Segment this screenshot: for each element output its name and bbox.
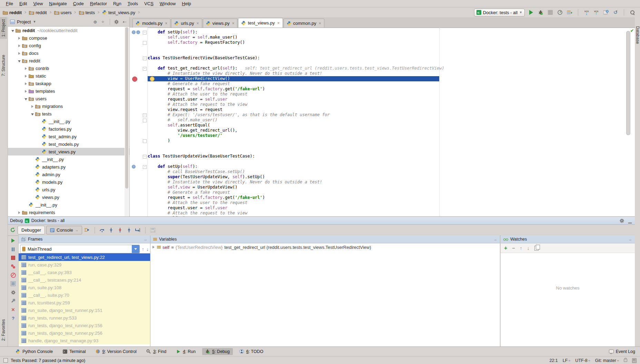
- evaluate-expression-icon[interactable]: [149, 227, 157, 234]
- toolwindow-button-5debug[interactable]: 5: Debug: [202, 348, 233, 355]
- tree-item-adapters.py[interactable]: adapters.py: [8, 163, 129, 171]
- tree-item-contrib[interactable]: contrib: [8, 64, 129, 72]
- view-breakpoints-button[interactable]: [10, 264, 16, 269]
- tree-item-config[interactable]: config: [8, 42, 129, 49]
- coverage-button[interactable]: [547, 9, 554, 16]
- menu-view[interactable]: View: [30, 1, 46, 7]
- chevron-down-icon[interactable]: [132, 245, 139, 253]
- frame-row[interactable]: run_tests, django_test_runner.py:156: [19, 322, 150, 329]
- move-up-button[interactable]: ↑: [520, 245, 522, 251]
- intention-bulb-icon[interactable]: [150, 77, 155, 81]
- overrides-method-icon[interactable]: ↑: [132, 30, 136, 34]
- tree-item-static[interactable]: static: [8, 72, 129, 80]
- inspection-ok-icon[interactable]: ✔: [630, 29, 634, 33]
- pause-button[interactable]: [10, 247, 16, 252]
- toolwindow-button-6todo[interactable]: 6: TODO: [236, 348, 267, 355]
- tree-item-models.py[interactable]: models.py: [8, 178, 129, 186]
- menu-navigate[interactable]: Navigate: [46, 1, 70, 7]
- code-editor[interactable]: def setUp(self): self.user = self.make_u…: [148, 28, 624, 216]
- frame-row[interactable]: run_suite, django_test_runner.py:151: [19, 306, 150, 314]
- tree-item-__init__.py[interactable]: __init__.py: [8, 201, 129, 209]
- recent-changes-button[interactable]: [602, 9, 609, 16]
- toolwindow-button-9versioncontrol[interactable]: 9: Version Control: [92, 348, 140, 355]
- sidebar-tab-structure[interactable]: 7: Structure: [0, 53, 7, 78]
- run-configuration-select[interactable]: dj Docker: tests - all ▼: [474, 9, 525, 17]
- tree-item-test_admin.py[interactable]: test_admin.py: [8, 133, 129, 140]
- duplicate-watch-icon[interactable]: [534, 246, 539, 251]
- tree-item-taskapp[interactable]: taskapp: [8, 80, 129, 87]
- chevron-down-icon[interactable]: ▼: [33, 20, 36, 23]
- running-processes-button[interactable]: [566, 9, 573, 16]
- tree-item-reddit[interactable]: reddit~/cookiecutter/reddit: [8, 27, 129, 34]
- line-separator-widget[interactable]: LF÷: [563, 358, 571, 363]
- highlighting-level-icon[interactable]: [632, 358, 637, 363]
- frame-up-button[interactable]: ↑: [142, 246, 144, 252]
- encoding-widget[interactable]: UTF-8÷: [575, 358, 590, 363]
- editor-tab-test_views.py[interactable]: test_views.py×: [238, 18, 283, 28]
- help-button[interactable]: ?: [10, 316, 16, 321]
- menu-file[interactable]: File: [3, 1, 16, 7]
- force-step-into-icon[interactable]: [116, 227, 124, 234]
- editor-gutter[interactable]: ↑↓-----↑-: [130, 28, 148, 216]
- tree-item-compose[interactable]: compose: [8, 34, 129, 42]
- close-tab-icon[interactable]: ×: [319, 21, 321, 26]
- float-panel-icon[interactable]: →: [628, 237, 632, 241]
- project-panel-title[interactable]: Project: [17, 19, 31, 24]
- thread-select[interactable]: MainThread: [20, 245, 140, 253]
- mute-breakpoints-button[interactable]: [10, 273, 16, 277]
- caret-position[interactable]: 22:1: [549, 358, 558, 363]
- minimize-panel-icon[interactable]: ▁: [627, 218, 633, 223]
- gear-icon[interactable]: [620, 219, 625, 223]
- variable-row[interactable]: self = {TestUserRedirectView} test_get_r…: [150, 243, 500, 251]
- tree-item-templates[interactable]: templates: [8, 87, 129, 95]
- breadcrumb-item[interactable]: users: [53, 10, 72, 15]
- sidebar-tab-project[interactable]: 1: Project: [0, 17, 7, 39]
- menu-run[interactable]: Run: [110, 1, 125, 7]
- tree-item-test_views.py[interactable]: test_views.py: [8, 148, 129, 155]
- run-to-cursor-icon[interactable]: [134, 227, 142, 234]
- pin-tab-button[interactable]: [10, 299, 16, 303]
- close-button[interactable]: ✕: [10, 307, 16, 312]
- fold-marker-icon[interactable]: [143, 139, 147, 143]
- toolwindow-button-3find[interactable]: 3: Find: [143, 348, 169, 355]
- editor-tab-urls.py[interactable]: urls.py×: [171, 19, 202, 28]
- resume-button[interactable]: [10, 238, 16, 243]
- frame-row[interactable]: run, suite.py:108: [19, 284, 150, 291]
- settings-gear-button[interactable]: [10, 290, 16, 295]
- step-out-icon[interactable]: [125, 227, 133, 234]
- editor-tab-common.py[interactable]: common.py×: [284, 19, 324, 28]
- editor-tab-models.py[interactable]: models.py×: [132, 19, 170, 28]
- tree-item-urls.py[interactable]: urls.py: [8, 186, 129, 193]
- close-tab-icon[interactable]: ×: [197, 21, 199, 26]
- vcs-update-button[interactable]: VCS↓: [583, 9, 590, 16]
- run-button[interactable]: [528, 9, 534, 16]
- tree-item-views.py[interactable]: views.py: [8, 193, 129, 201]
- toolwindow-corner-icon[interactable]: [3, 358, 8, 363]
- close-tab-icon[interactable]: ×: [232, 21, 234, 26]
- sidebar-tab-database[interactable]: Database: [635, 23, 640, 47]
- menu-tools[interactable]: Tools: [125, 1, 141, 7]
- frame-row[interactable]: __call__, case.py:393: [19, 269, 150, 276]
- frame-row[interactable]: run, tcunittest.py:259: [19, 299, 150, 306]
- editor-scrollbar[interactable]: [626, 30, 630, 216]
- tree-item-reddit[interactable]: reddit: [8, 57, 129, 64]
- frame-down-button[interactable]: ↓: [146, 246, 149, 252]
- fold-marker-icon[interactable]: -: [143, 57, 147, 60]
- vcs-commit-button[interactable]: VCS↑: [593, 9, 600, 16]
- remove-watch-button[interactable]: −: [512, 245, 515, 251]
- fold-marker-icon[interactable]: -: [143, 113, 147, 117]
- menu-vcs[interactable]: VCS: [141, 1, 157, 7]
- step-into-icon[interactable]: [107, 227, 115, 234]
- frame-row[interactable]: run_tests, django_test_runner.py:256: [19, 329, 150, 337]
- fold-marker-icon[interactable]: -: [143, 31, 147, 34]
- hide-panel-icon[interactable]: ⇠: [122, 19, 127, 24]
- readonly-lock-icon[interactable]: [624, 359, 627, 362]
- tree-item-docs[interactable]: docs: [8, 49, 129, 57]
- undo-button[interactable]: ↺: [612, 9, 619, 16]
- restore-layout-button[interactable]: [10, 281, 16, 286]
- tree-item-users[interactable]: users: [8, 95, 129, 102]
- close-tab-icon[interactable]: ×: [277, 21, 280, 26]
- menu-refactor[interactable]: Refactor: [87, 1, 110, 7]
- toolwindow-button-4run[interactable]: 4: Run: [173, 348, 199, 355]
- tree-item-__init__.py[interactable]: __init__.py: [8, 118, 129, 125]
